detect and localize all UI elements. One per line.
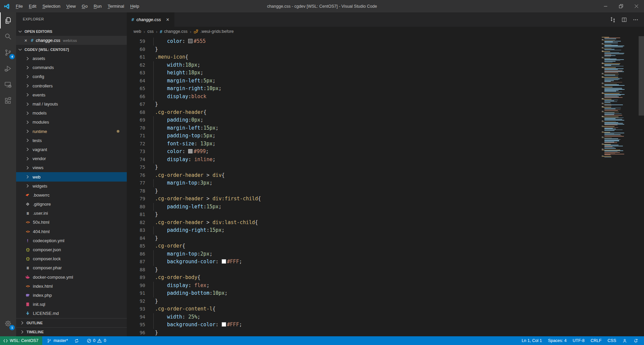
tree-folder-widgets[interactable]: widgets [16, 182, 127, 191]
tree-folder-runtime[interactable]: runtime [16, 127, 127, 136]
remote-indicator[interactable]: WSL: CentOS7 [0, 336, 42, 345]
code-line[interactable]: 94width: 25%; [127, 313, 644, 321]
code-line[interactable]: 66display:block [127, 93, 644, 101]
close-window-button[interactable] [629, 0, 644, 12]
tree-file--user-ini[interactable]: ≡.user.ini [16, 209, 127, 218]
feedback-button[interactable] [619, 336, 630, 345]
encoding-setting[interactable]: UTF-8 [570, 336, 587, 345]
code-line[interactable]: 72font-size: 13px; [127, 140, 644, 148]
scrollbar-thumb[interactable] [639, 36, 644, 116]
activity-source-control[interactable]: 4 [0, 45, 16, 61]
code-line[interactable]: 78} [127, 187, 644, 195]
problems-item[interactable]: 0 0 [84, 336, 109, 345]
code-line[interactable]: 89.cg-order-body{ [127, 274, 644, 282]
tree-file-codeception-yml[interactable]: !codeception.yml [16, 236, 127, 245]
editor-scrollbar[interactable] [639, 36, 644, 336]
cursor-position[interactable]: Ln 1, Col 1 [519, 336, 545, 345]
section-timeline[interactable]: TIMELINE [16, 327, 127, 336]
tree-folder-tests[interactable]: tests [16, 136, 127, 145]
code-editor[interactable]: 59color: #55560}61.menu-icon{62width:18p… [127, 36, 644, 336]
tree-file-index-php[interactable]: index.php [16, 291, 127, 300]
tree-file-docker-compose-yml[interactable]: docker-compose.yml [16, 273, 127, 282]
breadcrumb-item-web[interactable]: web [133, 29, 141, 34]
code-line[interactable]: 70margin-left:15px; [127, 124, 644, 132]
tree-folder-mail-layouts[interactable]: mail / layouts [16, 99, 127, 109]
tree-folder-modules[interactable]: modules [16, 118, 127, 127]
breadcrumb-item--weui-grids-before[interactable]: .weui-grids:before [194, 29, 233, 34]
open-editor-item[interactable]: × # changge.css web/css [16, 36, 127, 45]
code-line[interactable]: 83padding-right:15px; [127, 226, 644, 234]
tab-close-icon[interactable]: × [164, 17, 171, 23]
menu-go[interactable]: Go [79, 0, 91, 12]
breadcrumb-item-changge-css[interactable]: #changge.css [160, 29, 187, 34]
tree-folder-models[interactable]: models [16, 109, 127, 118]
tree-file-init-sql[interactable]: init.sql [16, 300, 127, 309]
code-line[interactable]: 63height:18px; [127, 69, 644, 77]
compare-changes-icon[interactable] [610, 17, 616, 23]
more-actions-icon[interactable] [633, 17, 639, 23]
menu-run[interactable]: Run [91, 0, 105, 12]
code-line[interactable]: 74display: inline; [127, 156, 644, 164]
code-line[interactable]: 82.cg-order-header > div:last-child{ [127, 219, 644, 227]
code-line[interactable]: 59color: #555 [127, 38, 644, 46]
tree-folder-commands[interactable]: commands [16, 63, 127, 72]
code-line[interactable]: 85.cg-order{ [127, 242, 644, 250]
tree-file--gitignore[interactable]: .gitignore [16, 200, 127, 209]
code-line[interactable]: 64margin-left:5px; [127, 77, 644, 85]
activity-extensions[interactable] [0, 93, 16, 109]
tree-file-license-md[interactable]: LICENSE.md [16, 309, 127, 318]
activity-settings[interactable]: 1 [0, 316, 16, 332]
minimize-button[interactable] [598, 0, 613, 12]
breadcrumb-item-css[interactable]: css [147, 29, 154, 34]
code-line[interactable]: 79.cg-order-header > div:first-child{ [127, 195, 644, 203]
tree-folder-vendor[interactable]: vendor [16, 154, 127, 163]
close-editor-icon[interactable]: × [23, 38, 29, 43]
code-line[interactable]: 62width:18px; [127, 61, 644, 69]
code-line[interactable]: 69padding:0px; [127, 116, 644, 124]
code-line[interactable]: 73color: #999; [127, 148, 644, 156]
code-line[interactable]: 96} [127, 329, 644, 337]
tree-file--bowerrc[interactable]: .bowerrc [16, 191, 127, 200]
section-open-editors[interactable]: OPEN EDITORS [16, 27, 127, 36]
color-swatch[interactable] [222, 322, 226, 327]
code-line[interactable]: 76.cg-order-header > div{ [127, 171, 644, 180]
tree-folder-views[interactable]: views [16, 163, 127, 172]
code-line[interactable]: 71padding-top:5px; [127, 132, 644, 140]
split-editor-icon[interactable] [621, 17, 627, 23]
color-swatch[interactable] [188, 149, 193, 153]
code-line[interactable]: 77margin-top:3px; [127, 179, 644, 187]
code-line[interactable]: 86margin-top:2px; [127, 250, 644, 258]
code-line[interactable]: 95background-color: #FFF; [127, 321, 644, 329]
code-line[interactable]: 93.cg-order-content-l{ [127, 305, 644, 313]
tree-file-composer-phar[interactable]: ≡composer.phar [16, 263, 127, 272]
code-line[interactable]: 65margin-right:10px; [127, 85, 644, 93]
section-project[interactable]: CGDEV [WSL: CENTOS7] [16, 45, 127, 54]
restore-button[interactable] [613, 0, 629, 12]
menu-view[interactable]: View [63, 0, 79, 12]
menu-help[interactable]: Help [127, 0, 142, 12]
code-line[interactable]: 80padding-left:15px; [127, 203, 644, 211]
tree-file-composer-json[interactable]: {}composer.json [16, 245, 127, 254]
code-line[interactable]: 61.menu-icon{ [127, 53, 644, 61]
tree-folder-assets[interactable]: assets [16, 54, 127, 63]
tree-folder-events[interactable]: events [16, 90, 127, 99]
minimap[interactable] [601, 37, 639, 158]
menu-terminal[interactable]: Terminal [105, 0, 127, 12]
tree-folder-config[interactable]: config [16, 72, 127, 81]
code-line[interactable]: 92} [127, 297, 644, 305]
code-line[interactable]: 88} [127, 266, 644, 274]
code-line[interactable]: 91padding-bottom:10px; [127, 289, 644, 297]
code-line[interactable]: 68.cg-order-header{ [127, 109, 644, 117]
indentation-setting[interactable]: Spaces: 4 [545, 336, 570, 345]
git-branch-item[interactable]: master* [44, 336, 71, 345]
code-line[interactable]: 84} [127, 234, 644, 243]
activity-run-debug[interactable] [0, 61, 16, 77]
notifications-bell[interactable] [630, 336, 641, 345]
sync-button[interactable] [71, 336, 82, 345]
menu-edit[interactable]: Edit [26, 0, 39, 12]
menu-file[interactable]: File [13, 0, 26, 12]
tree-file-composer-lock[interactable]: {}composer.lock [16, 254, 127, 263]
eol-setting[interactable]: CRLF [588, 336, 605, 345]
activity-search[interactable] [0, 28, 16, 45]
tree-file-50x-html[interactable]: <>50x.html [16, 218, 127, 227]
